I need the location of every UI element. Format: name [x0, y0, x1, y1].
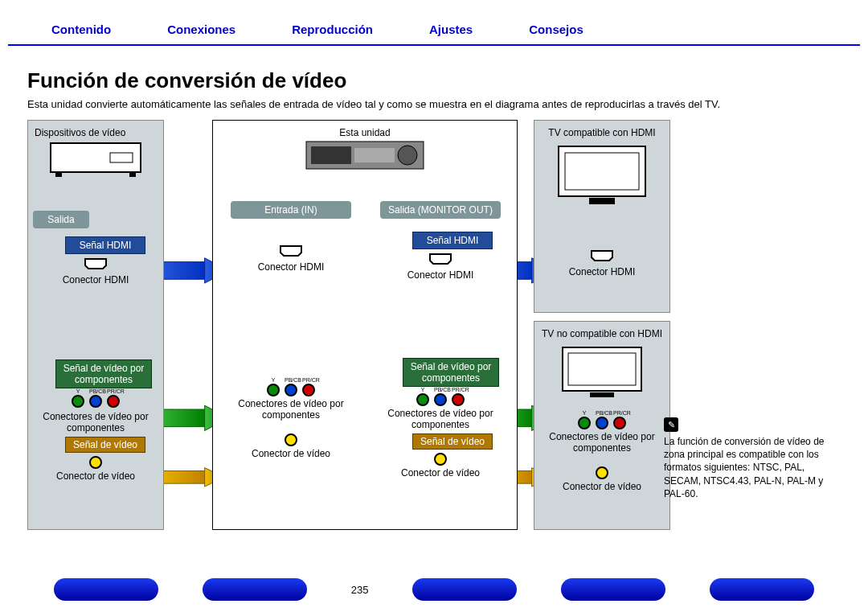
- svg-rect-32: [589, 198, 615, 204]
- lbl-vid-conn-3: Conector de vídeo: [539, 479, 665, 494]
- source-panel: Dispositivos de vídeo Salida Señal HDMI …: [27, 120, 164, 530]
- lbl-vid-conn-2b: Conector de vídeo: [380, 466, 501, 480]
- note-text: La función de conversión de vídeo de zon…: [664, 435, 841, 500]
- signal-comp-2: Señal de vídeo por componentes: [403, 358, 499, 387]
- footer-button-2[interactable]: [203, 578, 307, 601]
- lbl-comp-conn-2b: Conectores de vídeo por componentes: [380, 406, 501, 432]
- hdmi-port-icon: [380, 253, 501, 268]
- page-title: Función de conversión de vídeo: [27, 68, 849, 93]
- lbl-hdmi-conn-1: Conector HDMI: [33, 273, 158, 287]
- diagram: Dispositivos de vídeo Salida Señal HDMI …: [27, 120, 841, 538]
- chip-in: Entrada (IN): [231, 201, 351, 219]
- lbl-comp-conn-1: Conectores de vídeo por componentes: [33, 409, 158, 435]
- tv-no-hdmi-header: TV no compatible con HDMI: [539, 327, 665, 341]
- chip-salida: Salida: [33, 211, 89, 228]
- lbl-hdmi-conn-2b: Conector HDMI: [380, 268, 501, 282]
- tv-icon: [558, 343, 646, 399]
- source-header: Dispositivos de vídeo: [33, 125, 158, 140]
- svg-rect-35: [590, 392, 614, 397]
- page-number: 235: [351, 584, 369, 596]
- top-nav: Contenido Conexiones Reproducción Ajuste…: [19, 14, 849, 44]
- video-device-icon: [47, 140, 144, 180]
- lbl-hdmi-conn-2a: Conector HDMI: [231, 260, 351, 274]
- lbl-comp-conn-2a: Conectores de vídeo por componentes: [231, 396, 351, 422]
- composite-port-icon: [380, 453, 501, 466]
- nav-conexiones[interactable]: Conexiones: [167, 23, 235, 36]
- signal-hdmi-1: Señal HDMI: [65, 236, 145, 254]
- lbl-hdmi-conn-3: Conector HDMI: [539, 265, 665, 279]
- chip-out: Salida (MONITOR OUT): [380, 201, 501, 219]
- svg-rect-29: [354, 148, 395, 162]
- footer: 235: [0, 578, 868, 601]
- svg-rect-25: [129, 172, 136, 177]
- hdmi-port-icon: [231, 244, 351, 260]
- tv-hdmi-panel: TV compatible con HDMI Conector HDMI: [534, 120, 670, 313]
- signal-hdmi-2: Señal HDMI: [412, 232, 493, 249]
- lbl-comp-conn-3: Conectores de vídeo por componentes: [539, 429, 665, 455]
- avr-unit-icon: [305, 140, 425, 174]
- nav-reproduccion[interactable]: Reproducción: [292, 23, 373, 36]
- pencil-icon: ✎: [664, 417, 678, 432]
- composite-port-icon: [231, 433, 351, 446]
- composite-port-icon: [539, 466, 665, 479]
- nav-ajustes[interactable]: Ajustes: [429, 23, 473, 36]
- composite-port-icon: [33, 456, 158, 469]
- footer-button-3[interactable]: [412, 578, 517, 601]
- lbl-vid-conn-2a: Conector de vídeo: [231, 446, 351, 461]
- component-ports-icon: [380, 393, 501, 406]
- intro-text: Esta unidad convierte automáticamente la…: [27, 98, 841, 110]
- lbl-vid-conn-1: Conector de vídeo: [33, 469, 158, 483]
- nav-contenido[interactable]: Contenido: [51, 23, 111, 36]
- tv-hdmi-header: TV compatible con HDMI: [539, 125, 665, 140]
- svg-rect-31: [565, 153, 639, 190]
- svg-rect-27: [311, 146, 351, 164]
- unit-panel: Esta unidad Entrada (IN) Conector HDMI Y…: [212, 120, 518, 530]
- unit-header: Esta unidad: [213, 125, 517, 140]
- signal-comp-1: Señal de vídeo por componentes: [55, 359, 152, 388]
- component-ports-icon: [539, 417, 665, 429]
- hdmi-port-icon: [539, 249, 665, 265]
- tv-icon: [554, 142, 650, 206]
- footer-button-5[interactable]: [710, 578, 814, 601]
- svg-rect-34: [568, 353, 636, 385]
- svg-point-28: [398, 146, 417, 165]
- footer-button-1[interactable]: [54, 578, 158, 601]
- footer-button-4[interactable]: [561, 578, 665, 601]
- component-ports-icon: [33, 395, 158, 408]
- note-box: ✎ La función de conversión de vídeo de z…: [664, 417, 841, 500]
- svg-rect-23: [110, 153, 133, 162]
- tv-no-hdmi-panel: TV no compatible con HDMI YPB/CBPR/CR Co…: [534, 321, 670, 530]
- component-ports-icon: [231, 384, 351, 396]
- svg-rect-24: [55, 172, 62, 177]
- signal-vid-2: Señal de vídeo: [412, 433, 493, 450]
- nav-consejos[interactable]: Consejos: [529, 23, 583, 36]
- signal-vid-1: Señal de vídeo: [65, 437, 145, 453]
- hdmi-port-icon: [33, 257, 158, 273]
